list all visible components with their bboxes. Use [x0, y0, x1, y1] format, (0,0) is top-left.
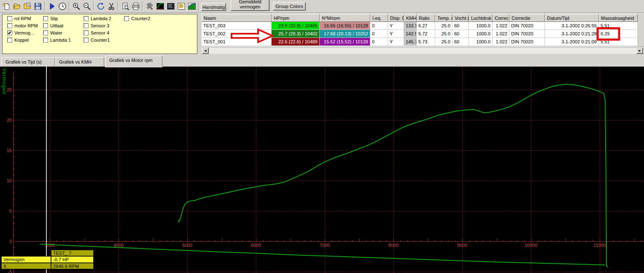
cell-vocht[interactable]: 60: [453, 38, 469, 46]
checkbox-counter2[interactable]: [124, 16, 129, 21]
checkbox-water[interactable]: [43, 30, 48, 35]
cell-correc[interactable]: 1.022: [493, 22, 509, 30]
cell-disp-c[interactable]: Y: [388, 38, 404, 46]
column-header-datum-tijd[interactable]: Datum/Tijd: [545, 14, 599, 22]
print-preview-button[interactable]: [120, 1, 130, 11]
cell-n-m-rpm[interactable]: 17.68 (20.13) / 10252: [320, 30, 370, 38]
cell-correctie[interactable]: DIN 70020: [509, 22, 545, 30]
cell-correc[interactable]: 1.022: [493, 38, 509, 46]
tab-grafiek-vs-motor-rpm[interactable]: Grafiek vs Motor rpm: [105, 56, 162, 67]
cell-disp-c[interactable]: Y: [388, 22, 404, 30]
new-file-button[interactable]: [1, 1, 11, 11]
scroll-right-button[interactable]: ►: [636, 48, 643, 54]
table-row-test_003[interactable]: TEST_00323.9 (23.9) / 1040516.55 (16.55)…: [202, 22, 644, 30]
column-header-correc[interactable]: Correc: [493, 14, 509, 22]
cell-massatraagheid[interactable]: 6.29: [599, 30, 638, 38]
checkbox-koppel[interactable]: [7, 37, 12, 43]
cell-luchtdruk[interactable]: 1000.0: [469, 22, 493, 30]
column-header-luchtdruk[interactable]: Luchtdruk: [469, 14, 493, 22]
open-folder-button[interactable]: [11, 1, 22, 11]
gemiddeld-vermogen-button[interactable]: Gemiddeld vermogen: [231, 0, 269, 11]
cell-kmh[interactable]: 133.1: [404, 22, 417, 30]
scroll-left-button[interactable]: ◄: [202, 48, 209, 54]
column-header-naam[interactable]: Naam: [202, 14, 272, 22]
table-row-test_002[interactable]: TEST_00225.7 (29.3) / 1040217.68 (20.13)…: [202, 30, 644, 38]
cell-datum-tijd[interactable]: 3-1-2002 0:21:09: [545, 38, 599, 46]
cell-massatraagheid[interactable]: 5.51: [599, 22, 638, 30]
column-header-disp-c[interactable]: Disp. C: [388, 14, 404, 22]
cell-correc[interactable]: 1.022: [493, 30, 509, 38]
checkbox-lambda-2[interactable]: [84, 16, 89, 21]
cell-datum-tijd[interactable]: 3-1-2002 0:26:55: [545, 22, 599, 30]
checkbox-sensor-3[interactable]: [84, 23, 89, 28]
table-horizontal-scrollbar[interactable]: ◄ ►: [202, 47, 644, 54]
cell-n-m-rpm[interactable]: 15.52 (15.52) / 10139: [320, 38, 370, 46]
cell-temp[interactable]: 25.0: [435, 38, 453, 46]
column-header-kmh[interactable]: KMH: [404, 14, 417, 22]
tab-grafiek-vs-kmh[interactable]: Grafiek vs KMH: [55, 57, 104, 67]
checkbox-motor-rpm[interactable]: [7, 23, 12, 28]
column-header-massatraagheid[interactable]: Massatraagheid: [599, 14, 638, 22]
cell-naam[interactable]: TEST_002: [202, 30, 272, 38]
cell-i-eq[interactable]: 0: [370, 22, 388, 30]
folder-doc-button[interactable]: [22, 1, 32, 11]
column-header-n-m-rpm[interactable]: N*M/rpm: [320, 14, 370, 22]
column-header-hp-rpm[interactable]: HP/rpm: [272, 14, 320, 22]
zoom-in-button[interactable]: [71, 1, 81, 11]
cell-correctie[interactable]: DIN 70020: [509, 38, 545, 46]
column-header-ratio[interactable]: Ratio: [417, 14, 435, 22]
cell-i-eq[interactable]: 0: [370, 38, 388, 46]
cell-ratio[interactable]: 6.27: [417, 22, 435, 30]
group-colors-button[interactable]: Group Colors: [273, 2, 306, 11]
cell-hp-rpm[interactable]: 23.9 (23.9) / 10405: [272, 22, 320, 30]
tools-button[interactable]: [144, 1, 155, 11]
checkbox-sensor-4[interactable]: [84, 30, 89, 35]
checkbox-counter1[interactable]: [84, 37, 89, 43]
column-header-vocht[interactable]: Vocht (: [453, 14, 469, 22]
column-header-temp[interactable]: Temp. (: [435, 14, 453, 22]
cell-ratio[interactable]: 5.72: [417, 30, 435, 38]
graph-screen-button[interactable]: [155, 1, 165, 11]
table-row-test_001[interactable]: TEST_00122.6 (22.6) / 1048915.52 (15.52)…: [202, 38, 644, 46]
save-button[interactable]: [32, 1, 43, 11]
cell-naam[interactable]: TEST_003: [202, 22, 272, 30]
checkbox-vermog[interactable]: ✔: [7, 30, 12, 35]
cell-vocht[interactable]: 60: [453, 22, 469, 30]
cell-naam[interactable]: TEST_001: [202, 38, 272, 46]
refresh-button[interactable]: [95, 1, 106, 11]
area-chart-button[interactable]: [186, 1, 197, 11]
cell-kmh[interactable]: 142.5: [404, 30, 417, 38]
cell-temp[interactable]: 25.0: [435, 22, 453, 30]
zoom-out-button[interactable]: [81, 1, 92, 11]
power-chart-plot[interactable]: 2520151050-53000400050006000700080009000…: [0, 67, 644, 273]
cell-luchtdruk[interactable]: 1000.0: [469, 30, 493, 38]
column-header-correctie[interactable]: Correctie: [509, 14, 545, 22]
cell-luchtdruk[interactable]: 1000.0: [469, 38, 493, 46]
checkbox-lambda-1[interactable]: [43, 37, 48, 43]
clock-button[interactable]: [57, 1, 67, 11]
cell-i-eq[interactable]: 0: [370, 30, 388, 38]
column-header-i-eq[interactable]: I.eq.: [370, 14, 388, 22]
checkbox-uitlaat[interactable]: [43, 23, 48, 28]
notes-button[interactable]: [176, 1, 186, 11]
handmatig-button[interactable]: Handmatig: [201, 3, 226, 11]
console-button[interactable]: [165, 1, 176, 11]
cell-vocht[interactable]: 60: [453, 30, 469, 38]
cell-correctie[interactable]: DIN 70020: [509, 30, 545, 38]
tab-grafiek-vs-tijd[interactable]: Grafiek vs Tijd (s): [1, 57, 55, 67]
cut-button[interactable]: [106, 1, 116, 11]
cell-hp-rpm[interactable]: 22.6 (22.6) / 10489: [272, 38, 320, 46]
cell-hp-rpm[interactable]: 25.7 (29.3) / 10402: [272, 30, 320, 38]
cell-disp-c[interactable]: Y: [388, 30, 404, 38]
print-button[interactable]: [130, 1, 141, 11]
cell-datum-tijd[interactable]: 3-1-2002 0:21:28: [545, 30, 599, 38]
play-button[interactable]: [46, 1, 57, 11]
cell-n-m-rpm[interactable]: 16.55 (16.55) / 10128: [320, 22, 370, 30]
checkbox-rol-rpm[interactable]: [7, 16, 12, 21]
channel-item: Lambda 2: [84, 16, 111, 21]
cell-massatraagheid[interactable]: 5.51: [599, 38, 638, 46]
cell-temp[interactable]: 25.0: [435, 30, 453, 38]
cell-kmh[interactable]: 145.7: [404, 38, 417, 46]
cell-ratio[interactable]: 5.73: [417, 38, 435, 46]
checkbox-slip[interactable]: [43, 16, 48, 21]
